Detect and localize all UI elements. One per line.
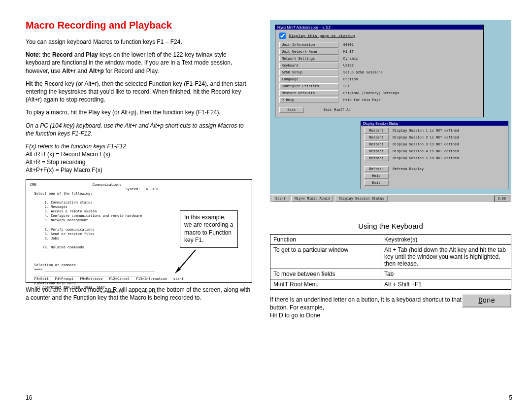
keyboard-title: Using the Keyboard — [270, 222, 511, 230]
restore-defaults-button[interactable]: Restore Defaults — [279, 90, 338, 96]
status-help-button[interactable]: Help — [364, 173, 389, 179]
p4: To play a macro, hit the Play key (or Al… — [26, 108, 252, 116]
note-paragraph: Note: the Record and Play keys on the lo… — [26, 51, 252, 75]
svg-line-0 — [178, 250, 196, 271]
desktop-screenshot: Nlynx MinIT Administration -- v. 3.2 Dis… — [270, 20, 511, 202]
unit-information-button[interactable]: Unit Information — [279, 42, 338, 48]
col-keystrokes: Keystroke(s) — [381, 235, 511, 245]
shortcut-lines: F(x) refers to the function keys F1-F12 … — [26, 142, 252, 174]
status-titlebar: Display Session Status — [361, 121, 508, 126]
startup-checkbox[interactable] — [279, 33, 286, 39]
restart-button[interactable]: Restart — [364, 141, 389, 147]
taskbar-clock: 3:00 — [494, 196, 509, 202]
done-button[interactable]: Done — [462, 294, 511, 308]
callout-box: In this example, we are recording a macr… — [180, 210, 238, 248]
p5: On a PC (104 key) keyboard, use the Alt+… — [26, 122, 252, 137]
network-settings-button[interactable]: Network Settings — [279, 56, 338, 62]
admin-titlebar: Nlynx MinIT Administration -- v. 3.2 — [275, 25, 483, 30]
keyboard-table: Function Keystroke(s) To get to a partic… — [270, 234, 511, 290]
status-exit-button[interactable]: Exit — [364, 180, 389, 186]
keyboard-button[interactable]: Keyboard — [279, 63, 338, 68]
p1: You can assign keyboard Macros to functi… — [26, 38, 252, 46]
configure-printers-button[interactable]: Configure Printers — [279, 83, 338, 89]
page-right: 5 — [509, 394, 512, 401]
admin-window: Nlynx MinIT Administration -- v. 3.2 Dis… — [275, 25, 484, 117]
help-button[interactable]: ? Help — [279, 97, 338, 103]
heading: Macro Recording and Playback — [26, 20, 252, 31]
p3: Hit the Record key (or Alt+r), then the … — [26, 80, 252, 104]
right-column: Nlynx MinIT Administration -- v. 3.2 Dis… — [270, 20, 511, 320]
keyboard-section: Using the Keyboard Function Keystroke(s)… — [270, 222, 511, 320]
taskbar-admin-button[interactable]: NLynx Minit Admin — [291, 196, 333, 202]
keyboard-note: Done If there is an underlined letter on… — [270, 296, 511, 320]
restart-button[interactable]: Restart — [364, 128, 389, 134]
terminal-screenshot: CMN Communications System: NLRISC Select… — [26, 179, 252, 283]
startup-checkbox-row[interactable]: Display this page at startup — [279, 33, 479, 39]
taskbar-status-button[interactable]: Display Session Status — [335, 196, 387, 202]
5250-setup-button[interactable]: 5250 Setup — [279, 69, 338, 75]
col-function: Function — [270, 235, 381, 245]
admin-menu-buttons: Unit Information Unit Network Name Netwo… — [279, 42, 338, 103]
table-row: To get to a particular window Alt + Tab … — [270, 245, 511, 269]
restart-button[interactable]: Restart — [364, 148, 389, 154]
callout-arrow-icon — [173, 248, 198, 275]
restart-button[interactable]: Restart — [364, 135, 389, 140]
page-left: 16 — [26, 394, 32, 401]
table-row: To move between fields Tab — [270, 269, 511, 279]
left-column: Macro Recording and Playback You can ass… — [26, 20, 252, 320]
taskbar: Start NLynx Minit Admin Display Session … — [270, 194, 511, 202]
language-button[interactable]: Language — [279, 76, 338, 82]
note-label: Note: — [26, 51, 41, 58]
refresh-button[interactable]: Refresh — [364, 166, 389, 172]
admin-values: 00001 MinIT Dynamic US122 Setup 5250 ses… — [343, 42, 442, 103]
status-window: Display Session Status RestartDisplay Se… — [361, 121, 508, 189]
start-button[interactable]: Start — [272, 196, 289, 202]
exit-button[interactable]: Exit — [279, 107, 304, 113]
restart-button[interactable]: Restart — [364, 155, 389, 161]
page-numbers: 16 5 — [26, 394, 512, 401]
unit-network-name-button[interactable]: Unit Network Name — [279, 49, 338, 55]
table-row: MinIT Root Menu Alt + Shift +F1 — [270, 279, 511, 290]
